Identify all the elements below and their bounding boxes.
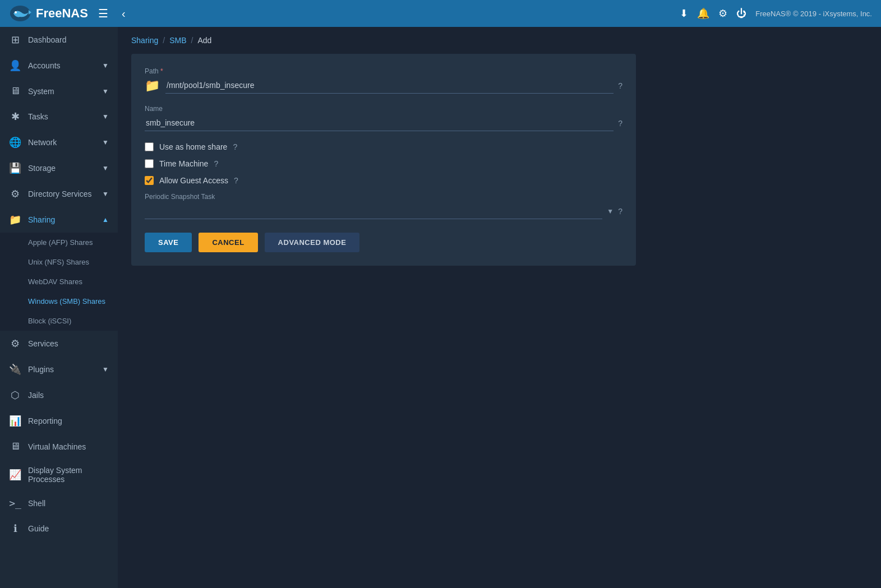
periodic-snapshot-select[interactable]	[145, 203, 602, 219]
allow-guest-access-help-icon[interactable]: ?	[234, 176, 238, 185]
sidebar-label-plugins: Plugins	[28, 365, 95, 374]
periodic-snapshot-help-icon[interactable]: ?	[618, 207, 622, 216]
breadcrumb-sep-2: /	[191, 36, 193, 45]
sidebar-item-network[interactable]: 🌐 Network ▼	[0, 129, 118, 155]
use-as-home-share-row: Use as home share ?	[145, 142, 622, 151]
sidebar-item-webdav[interactable]: WebDAV Shares	[0, 272, 118, 291]
allow-guest-access-label[interactable]: Allow Guest Access	[159, 176, 228, 185]
directory-services-icon: ⚙	[9, 188, 21, 200]
folder-browse-icon[interactable]: 📁	[145, 78, 160, 93]
time-machine-label[interactable]: Time Machine	[159, 159, 208, 168]
use-as-home-share-checkbox[interactable]	[145, 142, 154, 151]
sidebar-label-iscsi: Block (iSCSI)	[28, 317, 109, 325]
path-input-wrapper: ?	[165, 77, 622, 94]
sidebar-label-afp: Apple (AFP) Shares	[28, 238, 109, 247]
breadcrumb-sharing[interactable]: Sharing	[131, 36, 158, 45]
jails-icon: ⬡	[9, 389, 21, 401]
topbar: FreeNAS ☰ ‹ ⬇ 🔔 ⚙ ⏻ FreeNAS® © 2019 - iX…	[0, 0, 881, 27]
plugins-icon: 🔌	[9, 363, 21, 376]
back-icon[interactable]: ‹	[118, 5, 129, 22]
services-icon: ⚙	[9, 337, 21, 350]
use-as-home-share-help-icon[interactable]: ?	[233, 142, 237, 151]
sidebar-item-virtual-machines[interactable]: 🖥 Virtual Machines	[0, 434, 118, 459]
accounts-icon: 👤	[9, 59, 21, 72]
use-as-home-share-label[interactable]: Use as home share	[159, 142, 227, 151]
display-system-icon: 📈	[9, 469, 21, 481]
allow-guest-access-row: Allow Guest Access ?	[145, 176, 622, 185]
time-machine-checkbox[interactable]	[145, 159, 154, 168]
tasks-arrow-icon: ▼	[102, 113, 109, 121]
sidebar-label-nfs: Unix (NFS) Shares	[28, 258, 109, 266]
storage-arrow-icon: ▼	[102, 164, 109, 172]
smb-add-form: Path * 📁 ? Name ?	[131, 54, 636, 266]
periodic-snapshot-label: Periodic Snapshot Task	[145, 193, 622, 201]
reporting-icon: 📊	[9, 415, 21, 427]
sidebar-label-jails: Jails	[28, 391, 109, 400]
sidebar-item-iscsi[interactable]: Block (iSCSI)	[0, 311, 118, 331]
sidebar-item-smb[interactable]: Windows (SMB) Shares	[0, 291, 118, 311]
sidebar-item-reporting[interactable]: 📊 Reporting	[0, 408, 118, 434]
cancel-button[interactable]: CANCEL	[199, 233, 257, 252]
sidebar-label-sharing: Sharing	[28, 215, 95, 224]
path-input[interactable]	[165, 77, 614, 94]
freenas-logo-icon	[9, 2, 31, 25]
sidebar-label-shell: Shell	[28, 499, 109, 508]
advanced-mode-button[interactable]: ADVANCED MODE	[265, 233, 360, 252]
time-machine-help-icon[interactable]: ?	[214, 159, 218, 168]
svg-point-1	[15, 11, 17, 13]
accounts-arrow-icon: ▼	[102, 62, 109, 70]
power-icon[interactable]: ⏻	[736, 8, 746, 20]
name-field: Name ?	[145, 105, 622, 131]
network-arrow-icon: ▼	[102, 138, 109, 146]
sharing-submenu: Apple (AFP) Shares Unix (NFS) Shares Web…	[0, 233, 118, 331]
sidebar-label-system: System	[28, 87, 95, 96]
sidebar-item-nfs[interactable]: Unix (NFS) Shares	[0, 252, 118, 272]
name-input[interactable]	[145, 115, 614, 131]
sidebar-label-guide: Guide	[28, 524, 109, 533]
sidebar-item-plugins[interactable]: 🔌 Plugins ▼	[0, 356, 118, 382]
sharing-arrow-icon: ▲	[102, 216, 109, 224]
path-help-icon[interactable]: ?	[618, 81, 622, 90]
allow-guest-access-checkbox[interactable]	[145, 176, 154, 185]
sidebar-item-shell[interactable]: >_ Shell	[0, 490, 118, 516]
sidebar-item-jails[interactable]: ⬡ Jails	[0, 382, 118, 408]
breadcrumb-add: Add	[197, 36, 211, 45]
sidebar-item-guide[interactable]: ℹ Guide	[0, 516, 118, 541]
path-required: *	[159, 67, 163, 75]
name-help-icon[interactable]: ?	[618, 119, 622, 128]
name-row: ?	[145, 115, 622, 131]
sidebar-item-dashboard[interactable]: ⊞ Dashboard	[0, 27, 118, 53]
sidebar-item-display-system[interactable]: 📈 Display System Processes	[0, 459, 118, 490]
hamburger-menu-icon[interactable]: ☰	[95, 4, 112, 22]
vms-icon: 🖥	[9, 441, 21, 452]
save-button[interactable]: SAVE	[145, 233, 192, 252]
settings-icon[interactable]: ⚙	[718, 7, 727, 20]
breadcrumb-smb[interactable]: SMB	[169, 36, 186, 45]
topbar-left: FreeNAS ☰ ‹	[9, 2, 129, 25]
sidebar-label-webdav: WebDAV Shares	[28, 277, 109, 286]
periodic-snapshot-field: Periodic Snapshot Task ▼ ?	[145, 193, 622, 219]
directory-services-arrow-icon: ▼	[102, 190, 109, 198]
path-label: Path *	[145, 67, 622, 75]
sidebar-item-services[interactable]: ⚙ Services	[0, 331, 118, 356]
layout: ⊞ Dashboard 👤 Accounts ▼ 🖥 System ▼ ✱ Ta…	[0, 27, 881, 588]
plugins-arrow-icon: ▼	[102, 365, 109, 373]
sidebar-item-accounts[interactable]: 👤 Accounts ▼	[0, 53, 118, 78]
path-row: 📁 ?	[145, 77, 622, 94]
download-icon[interactable]: ⬇	[680, 7, 688, 20]
sidebar-item-storage[interactable]: 💾 Storage ▼	[0, 155, 118, 181]
topbar-logo: FreeNAS	[9, 2, 88, 25]
sidebar-item-afp[interactable]: Apple (AFP) Shares	[0, 233, 118, 252]
sidebar-label-vms: Virtual Machines	[28, 442, 109, 451]
notification-icon[interactable]: 🔔	[697, 7, 709, 20]
sidebar-item-system[interactable]: 🖥 System ▼	[0, 78, 118, 104]
sidebar-item-sharing[interactable]: 📁 Sharing ▲	[0, 207, 118, 233]
sidebar-label-display-system: Display System Processes	[28, 466, 109, 484]
sidebar-label-tasks: Tasks	[28, 112, 95, 121]
system-arrow-icon: ▼	[102, 87, 109, 95]
name-label: Name	[145, 105, 622, 113]
sidebar-item-tasks[interactable]: ✱ Tasks ▼	[0, 104, 118, 129]
periodic-snapshot-dropdown-icon: ▼	[607, 207, 614, 215]
sidebar-item-directory-services[interactable]: ⚙ Directory Services ▼	[0, 181, 118, 207]
time-machine-row: Time Machine ?	[145, 159, 622, 168]
